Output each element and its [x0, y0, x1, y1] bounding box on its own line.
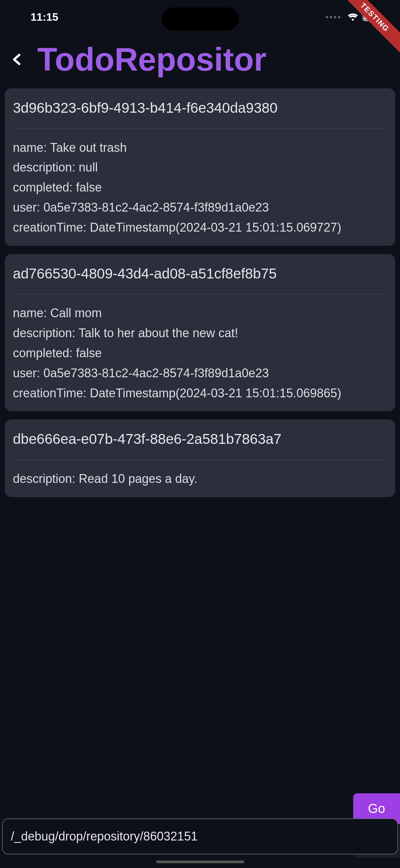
back-icon[interactable]	[10, 53, 24, 66]
todo-id: dbe666ea-e07b-473f-88e6-2a581b7863a7	[13, 430, 387, 460]
todo-id: ad766530-4809-43d4-ad08-a51cf8ef8b75	[13, 264, 387, 295]
todo-user: user: 0a5e7383-81c2-4ac2-8574-f3f89d1a0e…	[13, 365, 387, 381]
todo-name: name: Call mom	[13, 305, 387, 321]
todo-completed: completed: false	[13, 345, 387, 361]
content-list: 3d96b323-6bf9-4913-b414-f6e340da9380 nam…	[0, 82, 400, 504]
todo-name: name: Take out trash	[13, 140, 387, 156]
cellular-dots-icon	[326, 16, 340, 18]
path-input[interactable]: /_debug/drop/repository/86032151	[2, 818, 398, 854]
todo-card[interactable]: dbe666ea-e07b-473f-88e6-2a581b7863a7 des…	[5, 419, 395, 497]
todo-creation-time: creationTime: DateTimestamp(2024-03-21 1…	[13, 220, 387, 236]
todo-description: description: null	[13, 160, 387, 176]
bottom-bar: /_debug/drop/repository/86032151	[2, 818, 398, 854]
todo-description: description: Read 10 pages a day.	[13, 471, 387, 487]
wifi-icon	[347, 13, 359, 21]
todo-creation-time: creationTime: DateTimestamp(2024-03-21 1…	[13, 385, 387, 401]
todo-card[interactable]: ad766530-4809-43d4-ad08-a51cf8ef8b75 nam…	[5, 254, 395, 412]
todo-user: user: 0a5e7383-81c2-4ac2-8574-f3f89d1a0e…	[13, 200, 387, 216]
todo-fields: name: Call mom description: Talk to her …	[13, 305, 387, 401]
home-indicator[interactable]	[156, 861, 244, 863]
todo-card[interactable]: 3d96b323-6bf9-4913-b414-f6e340da9380 nam…	[5, 88, 395, 246]
header: TodoRepositor	[0, 34, 400, 82]
todo-fields: description: Read 10 pages a day.	[13, 471, 387, 487]
status-time: 11:15	[31, 11, 58, 23]
todo-id: 3d96b323-6bf9-4913-b414-f6e340da9380	[13, 98, 387, 129]
dynamic-island	[161, 7, 239, 31]
todo-description: description: Talk to her about the new c…	[13, 325, 387, 341]
todo-completed: completed: false	[13, 180, 387, 196]
todo-fields: name: Take out trash description: null c…	[13, 140, 387, 236]
page-title: TodoRepositor	[37, 41, 266, 78]
